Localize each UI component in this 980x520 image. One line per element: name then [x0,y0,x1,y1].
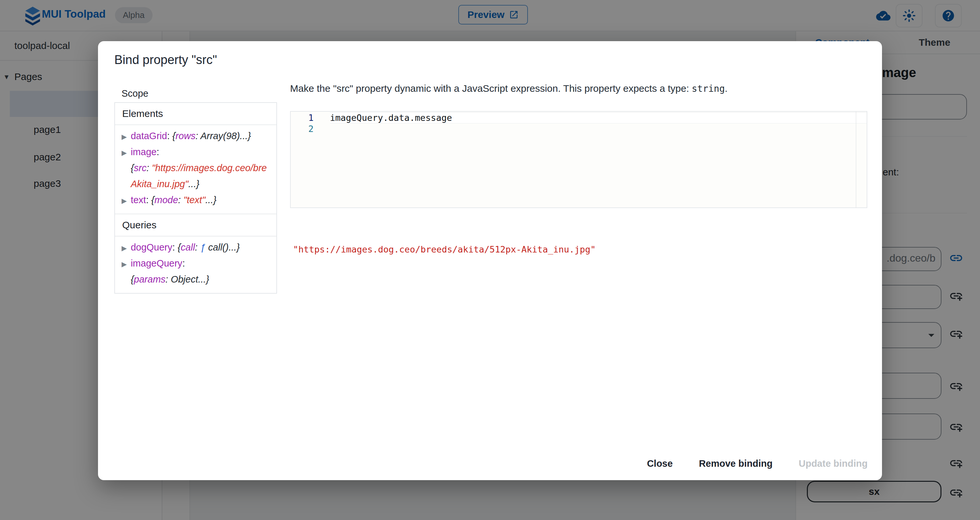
scope-token: : [147,163,152,173]
scope-tree-row[interactable]: ▶{params: Object...} [121,272,270,288]
description-text: Make the "src" property dynamic with a J… [290,83,692,94]
scope-token: call() [208,242,229,253]
scope-token: src [134,163,147,173]
scope-tree-row[interactable]: ▶dataGrid: {rows: Array(98)...} [121,128,270,145]
line-number: 1 [291,112,313,124]
scope-token: Object [171,274,198,285]
scope-token: text [130,195,146,205]
editor-scrollbar[interactable] [856,112,856,207]
line-code [330,124,867,135]
scope-token: dataGrid [130,130,167,141]
scope-token: { [172,130,176,141]
scope-token: { [151,195,154,205]
scope-token: ...} [240,130,251,141]
scope-token: : [178,195,183,205]
expand-triangle-icon[interactable]: ▶ [121,260,127,268]
bind-property-dialog: Bind property "src" Scope Elements▶dataG… [98,41,882,480]
scope-token: : [195,130,200,141]
dialog-description: Make the "src" property dynamic with a J… [290,83,727,94]
scope-rows: ▶dataGrid: {rows: Array(98)...}▶image: ▶… [115,125,276,214]
line-code: imageQuery.data.message [330,112,867,124]
scope-section-title: Queries [115,214,276,237]
scope-token: { [130,163,134,173]
scope-tree-row[interactable]: ▶Akita_inu.jpg"...} [121,177,270,192]
scope-token: : [167,130,172,141]
update-binding-button: Update binding [796,454,870,473]
scope-label: Scope [121,88,148,99]
scope-token: "https://images.dog.ceo/bre [152,163,267,173]
scope-section: Queries▶dogQuery: {call: ƒ call()...}▶im… [115,214,276,293]
scope-token: ...} [188,179,200,189]
scope-tree-row[interactable]: ▶text: {mode: "text"...} [121,192,270,208]
scope-token: ...} [229,242,240,253]
screen: MUI Toolpad Alpha Preview [0,0,980,520]
scope-token: : [182,258,185,269]
scope-section: Elements▶dataGrid: {rows: Array(98)...}▶… [115,103,276,214]
expression-result: "https://images.dog.ceo/breeds/akita/512… [293,244,596,254]
description-period: . [725,83,727,94]
scope-section-title: Elements [115,103,276,125]
line-number: 2 [291,124,313,135]
scope-token: Array(98) [200,130,240,141]
scope-tree-row[interactable]: ▶imageQuery: [121,256,270,272]
scope-token: Akita_inu.jpg" [130,179,188,189]
scope-token: : [172,242,178,253]
scope-token: mode [154,195,178,205]
scope-token: call [181,242,195,253]
remove-binding-button[interactable]: Remove binding [696,454,775,473]
scope-tree-row[interactable]: ▶dogQuery: {call: ƒ call()...} [121,240,270,256]
scope-tree-row[interactable]: ▶image: [121,145,270,161]
expand-triangle-icon[interactable]: ▶ [121,133,127,140]
scope-token: ƒ [200,242,208,253]
expand-triangle-icon[interactable]: ▶ [121,244,127,252]
expand-triangle-icon[interactable]: ▶ [121,197,127,205]
scope-panel: Elements▶dataGrid: {rows: Array(98)...}▶… [115,102,277,294]
scope-token: image [130,147,156,157]
scope-token: : [165,274,171,285]
scope-token: : [156,147,159,157]
expression-code-editor[interactable]: 1imageQuery.data.message2 [290,111,867,208]
scope-tree-row[interactable]: ▶{src: "https://images.dog.ceo/bre [121,161,270,177]
scope-token: { [178,242,181,253]
type-token: string [692,83,725,94]
scope-token: ...} [205,195,216,205]
scope-token: rows [175,130,195,141]
editor-line[interactable]: 1imageQuery.data.message [291,112,867,124]
scope-token: params [134,274,165,285]
scope-token: "text" [183,195,205,205]
close-button[interactable]: Close [644,454,675,473]
scope-rows: ▶dogQuery: {call: ƒ call()...}▶imageQuer… [115,237,276,293]
scope-token: { [130,274,134,285]
expand-triangle-icon[interactable]: ▶ [121,149,127,156]
scope-token: ...} [198,274,209,285]
scope-token: : [146,195,151,205]
scope-token: imageQuery [130,258,182,269]
dialog-title: Bind property "src" [115,53,217,67]
editor-line[interactable]: 2 [291,124,867,135]
scope-token: : [195,242,200,253]
dialog-actions: CloseRemove bindingUpdate binding [644,454,870,473]
scope-token: dogQuery [130,242,172,253]
